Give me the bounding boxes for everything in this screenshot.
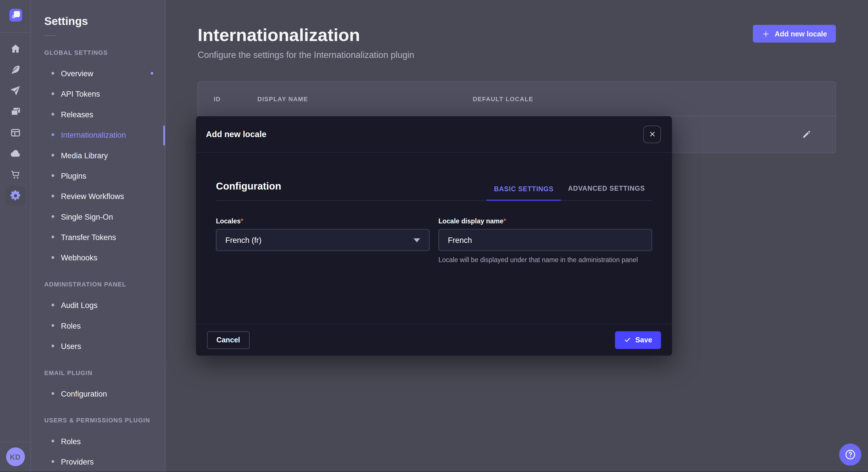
tab-advanced-settings[interactable]: ADVANCED SETTINGS [561,185,652,200]
add-locale-modal: Add new locale Configuration BASIC SETTI… [196,116,672,356]
tab-basic-settings[interactable]: BASIC SETTINGS [487,185,561,201]
close-button[interactable] [643,125,661,143]
display-name-input[interactable] [438,229,652,251]
save-button[interactable]: Save [615,331,661,349]
modal-footer: Cancel Save [196,324,672,356]
display-name-label: Locale display name* [438,217,652,226]
close-icon [648,131,656,138]
locales-field-group: Locales* French (fr) [216,217,429,265]
modal-header: Add new locale [196,116,672,153]
display-name-label-text: Locale display name [438,217,503,225]
modal-body: Configuration BASIC SETTINGS ADVANCED SE… [196,180,672,265]
display-name-hint: Locale will be displayed under that name… [438,256,652,265]
save-button-label: Save [635,336,652,344]
form-fields: Locales* French (fr) Locale display name… [216,217,652,265]
locales-select[interactable]: French (fr) [216,229,429,251]
display-name-field-group: Locale display name* Locale will be disp… [438,217,652,265]
strapi-admin: KD Settings GLOBAL SETTINGS Overview API… [0,0,868,472]
section-title: Configuration [216,180,281,193]
required-asterisk: * [241,217,243,225]
check-icon [624,336,631,343]
cancel-button[interactable]: Cancel [207,331,249,349]
required-asterisk: * [503,217,506,225]
configuration-section-header: Configuration BASIC SETTINGS ADVANCED SE… [216,180,652,201]
locales-label-text: Locales [216,217,241,225]
chevron-down-icon [414,238,420,242]
locales-select-value: French (fr) [225,236,261,245]
locales-label: Locales* [216,217,429,226]
settings-tabs: BASIC SETTINGS ADVANCED SETTINGS [487,185,652,200]
modal-title: Add new locale [206,129,267,139]
